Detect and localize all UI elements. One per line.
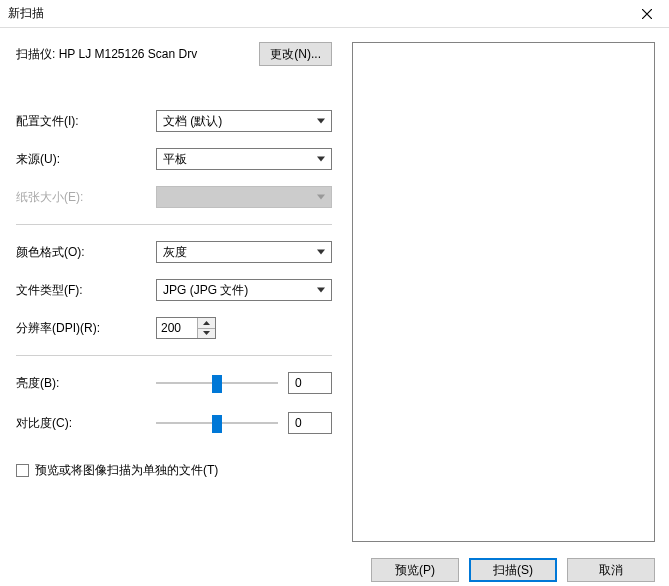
preview-area bbox=[352, 42, 655, 542]
brightness-slider[interactable] bbox=[156, 373, 278, 393]
settings-panel: 扫描仪: HP LJ M125126 Scan Drv 更改(N)... 配置文… bbox=[0, 28, 348, 558]
cancel-button[interactable]: 取消 bbox=[567, 558, 655, 582]
window-title: 新扫描 bbox=[8, 5, 44, 22]
brightness-thumb[interactable] bbox=[212, 375, 222, 393]
color-format-select[interactable]: 灰度 bbox=[156, 241, 332, 263]
resolution-input[interactable] bbox=[157, 318, 197, 338]
close-icon bbox=[642, 9, 652, 19]
change-scanner-button[interactable]: 更改(N)... bbox=[259, 42, 332, 66]
resolution-label: 分辨率(DPI)(R): bbox=[16, 320, 156, 337]
contrast-label: 对比度(C): bbox=[16, 415, 156, 432]
file-type-select[interactable]: JPG (JPG 文件) bbox=[156, 279, 332, 301]
button-bar: 预览(P) 扫描(S) 取消 bbox=[0, 556, 669, 584]
profile-label: 配置文件(I): bbox=[16, 113, 156, 130]
preview-button[interactable]: 预览(P) bbox=[371, 558, 459, 582]
divider bbox=[16, 224, 332, 225]
color-format-label: 颜色格式(O): bbox=[16, 244, 156, 261]
source-label: 来源(U): bbox=[16, 151, 156, 168]
scanner-label: 扫描仪: HP LJ M125126 Scan Drv bbox=[16, 46, 197, 63]
brightness-label: 亮度(B): bbox=[16, 375, 156, 392]
resolution-down-button[interactable] bbox=[198, 329, 215, 339]
chevron-up-icon bbox=[203, 321, 210, 325]
contrast-slider[interactable] bbox=[156, 413, 278, 433]
close-button[interactable] bbox=[625, 0, 669, 28]
profile-select[interactable]: 文档 (默认) bbox=[156, 110, 332, 132]
paper-size-select bbox=[156, 186, 332, 208]
contrast-thumb[interactable] bbox=[212, 415, 222, 433]
resolution-up-button[interactable] bbox=[198, 318, 215, 329]
resolution-spinner[interactable] bbox=[156, 317, 216, 339]
file-type-label: 文件类型(F): bbox=[16, 282, 156, 299]
chevron-down-icon bbox=[203, 331, 210, 335]
separate-files-label: 预览或将图像扫描为单独的文件(T) bbox=[35, 462, 218, 479]
source-select[interactable]: 平板 bbox=[156, 148, 332, 170]
paper-size-label: 纸张大小(E): bbox=[16, 189, 156, 206]
title-bar: 新扫描 bbox=[0, 0, 669, 28]
separate-files-checkbox[interactable] bbox=[16, 464, 29, 477]
brightness-value[interactable]: 0 bbox=[288, 372, 332, 394]
divider bbox=[16, 355, 332, 356]
scan-button[interactable]: 扫描(S) bbox=[469, 558, 557, 582]
contrast-value[interactable]: 0 bbox=[288, 412, 332, 434]
